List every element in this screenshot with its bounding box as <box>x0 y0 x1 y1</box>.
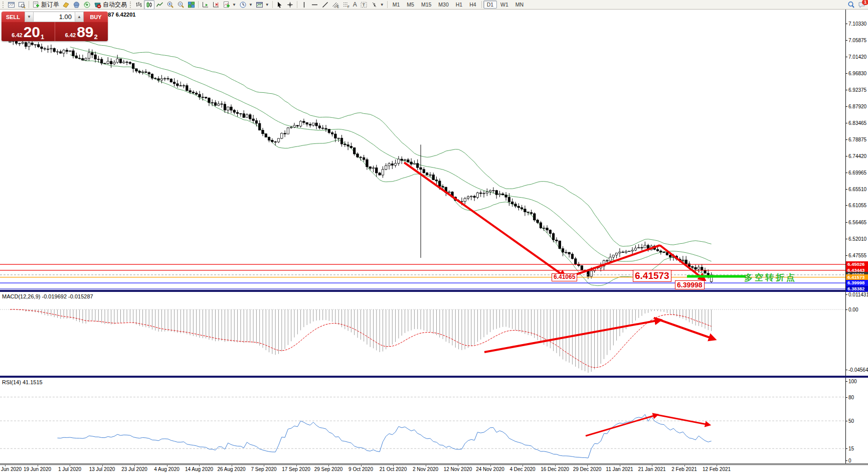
date-tick <box>555 465 556 466</box>
price-scale-label: 7.05875 <box>848 38 868 43</box>
toolbar-drag-handle[interactable] <box>3 2 5 8</box>
signal-icon <box>83 1 91 9</box>
crosshair-tool-button[interactable] <box>285 0 295 10</box>
price-scale-label: 7.01420 <box>848 54 868 60</box>
price-scale-label: 6.78875 <box>848 137 868 142</box>
time-axis[interactable]: Jun 202019 Jun 20201 Jul 202013 Jul 2020… <box>0 465 868 474</box>
new-chart-button[interactable] <box>6 0 17 10</box>
timeframe-mn[interactable]: MN <box>512 1 527 9</box>
macd-panel[interactable]: MACD(12,26,9) -0.019692 -0.015287 <box>0 292 868 376</box>
timeframe-h4[interactable]: H4 <box>466 1 479 9</box>
fibonacci-tool[interactable]: F <box>341 0 352 10</box>
tile-windows-button[interactable] <box>186 0 197 10</box>
timeframe-m5[interactable]: M5 <box>403 1 418 9</box>
signals-button[interactable] <box>82 0 92 10</box>
buy-price-sup: 2 <box>94 35 98 40</box>
text-tool[interactable]: A <box>352 0 359 10</box>
price-scale-tick <box>845 106 847 107</box>
date-tick <box>458 465 458 466</box>
chat-unread-badge: 1 <box>862 0 868 5</box>
date-tick <box>523 465 523 466</box>
tile-windows-icon <box>188 1 195 9</box>
vertical-line-tool[interactable] <box>299 0 309 10</box>
terminal-icon <box>73 1 80 9</box>
date-label: 23 Jul 2020 <box>121 466 147 472</box>
indicators-button[interactable]: ▼ <box>221 0 238 10</box>
channel-tool[interactable]: E <box>330 0 341 10</box>
timeframe-toolbar: M1M5M15M30H1H4D1W1MN <box>389 1 527 9</box>
search-icon <box>847 1 855 9</box>
periods-button[interactable]: ▼ <box>238 0 254 10</box>
templates-button[interactable]: ▼ <box>254 0 271 10</box>
macd-scale-tick <box>845 370 847 370</box>
price-annotation-6.39998: 6.39998 <box>675 280 705 289</box>
date-label: 19 Jun 2020 <box>24 466 51 472</box>
timeframe-w1[interactable]: W1 <box>497 1 512 9</box>
rsi-scale-label: 50 <box>848 418 868 424</box>
cursor-tool-button[interactable] <box>274 0 285 10</box>
sell-price-prefix: 6.42 <box>12 32 22 38</box>
cursor-icon <box>276 1 283 9</box>
timeframe-h1[interactable]: H1 <box>452 1 466 9</box>
zoom-in-button[interactable] <box>165 0 176 10</box>
date-tick <box>232 465 232 466</box>
rsi-scale-tick <box>845 460 847 461</box>
toolbar-drag-handle[interactable] <box>130 2 132 8</box>
timeframe-m1[interactable]: M1 <box>389 1 404 9</box>
auto-trading-button[interactable]: 自动交易 <box>92 0 128 10</box>
data-window-button[interactable] <box>17 0 27 10</box>
search-button[interactable] <box>846 0 856 10</box>
rsi-scale-tick <box>845 381 847 382</box>
new-order-button[interactable]: 新订单 <box>31 0 61 10</box>
auto-trading-icon <box>94 1 101 9</box>
volume-decrease-button[interactable]: ▼ <box>25 12 34 22</box>
chat-button[interactable]: 1 <box>856 0 867 10</box>
trendline-tool[interactable] <box>320 0 330 10</box>
volume-value[interactable]: 1.00 <box>34 12 75 22</box>
timeframe-d1[interactable]: D1 <box>483 1 497 9</box>
text-label-tool[interactable]: T <box>359 0 369 10</box>
price-chart-panel[interactable]: USDCNH-,Daily 6.40341 6.42868 6.39987 6.… <box>0 10 868 290</box>
volume-increase-button[interactable]: ▲ <box>75 12 83 22</box>
buy-button[interactable]: BUY <box>84 12 108 22</box>
price-scale-tick <box>845 189 847 190</box>
dropdown-caret: ▼ <box>249 3 253 7</box>
date-label: 21 Jan 2021 <box>638 466 665 472</box>
price-scale-label: 6.96830 <box>848 71 868 76</box>
buy-price[interactable]: 6.42892 <box>55 22 108 41</box>
sell-button[interactable]: SELL <box>2 12 25 22</box>
shapes-tool[interactable]: ▼ <box>369 0 386 10</box>
rsi-scale-label: 15 <box>848 446 868 451</box>
price-scale-label: 7.10330 <box>848 21 868 27</box>
rsi-panel[interactable]: RSI(14) 41.1515 <box>0 378 868 463</box>
chart-shift-button[interactable] <box>211 0 221 10</box>
market-watch-button[interactable] <box>71 0 82 10</box>
date-label: Jun 2020 <box>1 466 22 472</box>
candlestick-chart-button[interactable] <box>144 0 154 10</box>
price-annotation-6.41573: 6.41573 <box>633 270 671 282</box>
panel-separator[interactable] <box>0 376 868 378</box>
bar-chart-button[interactable] <box>133 0 144 10</box>
line-chart-button[interactable] <box>154 0 165 10</box>
date-tick <box>70 465 70 466</box>
macd-label: MACD(12,26,9) -0.019692 -0.015287 <box>2 293 93 299</box>
date-label: 29 Dec 2020 <box>573 466 602 472</box>
date-tick <box>167 465 167 466</box>
price-scale-tick <box>845 239 847 239</box>
horizontal-line-tool[interactable] <box>309 0 320 10</box>
price-scale-label: 6.87920 <box>848 104 868 109</box>
auto-scroll-button[interactable] <box>200 0 211 10</box>
date-label: 12 Nov 2020 <box>444 466 472 472</box>
date-label: 12 Feb 2021 <box>703 466 731 472</box>
date-tick <box>620 465 620 466</box>
panel-separator[interactable] <box>0 290 868 292</box>
timeframe-m30[interactable]: M30 <box>435 1 452 9</box>
timeframe-m15[interactable]: M15 <box>418 1 435 9</box>
date-tick <box>38 465 38 466</box>
sell-price[interactable]: 6.42201 <box>2 22 55 41</box>
history-center-button[interactable] <box>61 0 71 10</box>
price-scale-tick <box>845 123 847 123</box>
zoom-out-button[interactable] <box>176 0 186 10</box>
rsi-scale-tick <box>845 448 847 449</box>
price-scale-label: 6.74420 <box>848 153 868 159</box>
